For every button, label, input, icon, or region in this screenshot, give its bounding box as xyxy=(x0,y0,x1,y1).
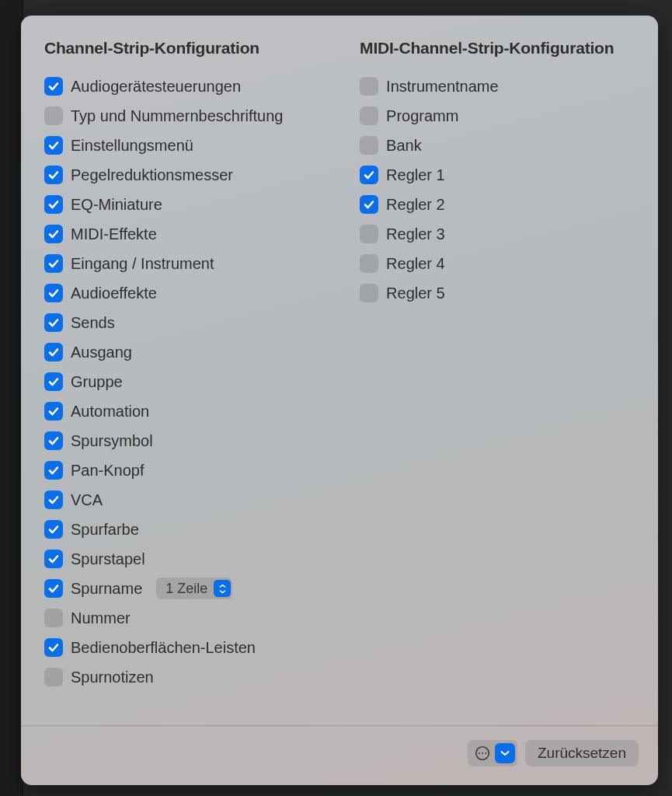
svg-point-1 xyxy=(479,752,480,754)
ellipsis-icon xyxy=(472,743,493,763)
right-options-list: InstrumentnameProgrammBankRegler 1Regler… xyxy=(360,72,639,308)
right-option-row: Regler 2 xyxy=(360,190,639,219)
dropdown-label: 1 Zeile xyxy=(165,581,207,597)
right-label: Regler 1 xyxy=(386,166,445,184)
left-checkbox-8[interactable] xyxy=(44,313,63,332)
left-option-row: Nummer xyxy=(44,603,329,633)
dialog-body: Channel-Strip-Konfiguration Audiogerätes… xyxy=(21,16,658,725)
left-checkbox-14[interactable] xyxy=(44,491,63,509)
right-checkbox-3[interactable] xyxy=(360,166,378,184)
left-label: Gruppe xyxy=(71,373,123,391)
left-label: MIDI-Effekte xyxy=(71,225,157,243)
left-checkbox-10[interactable] xyxy=(44,372,63,391)
left-option-row: Spurfarbe xyxy=(44,515,329,544)
left-checkbox-5[interactable] xyxy=(44,225,63,243)
up-down-arrows-icon xyxy=(214,580,231,597)
right-checkbox-6[interactable] xyxy=(360,254,378,273)
left-option-row: Spurnotizen xyxy=(44,662,329,692)
left-label: Sends xyxy=(71,314,115,332)
chevron-down-icon xyxy=(495,743,515,763)
left-option-row: Eingang / Instrument xyxy=(44,249,329,278)
right-checkbox-4[interactable] xyxy=(360,195,378,214)
left-label: Eingang / Instrument xyxy=(71,255,214,273)
left-option-row: Spursymbol xyxy=(44,426,329,456)
reset-button[interactable]: Zurücksetzen xyxy=(525,740,639,766)
left-label: Audioeffekte xyxy=(71,285,157,302)
left-option-row: Audiogerätesteuerungen xyxy=(44,72,329,101)
left-label: Nummer xyxy=(71,609,131,627)
left-option-row: Spurstapel xyxy=(44,544,329,574)
left-option-row: Automation xyxy=(44,396,329,426)
left-option-row: Ausgang xyxy=(44,337,329,367)
left-option-row: Audioeffekte xyxy=(44,278,329,308)
left-label: Spursymbol xyxy=(71,432,153,450)
right-label: Regler 3 xyxy=(386,225,445,243)
right-label: Regler 2 xyxy=(386,196,445,214)
left-option-row: Pegelreduktionsmesser xyxy=(44,160,329,190)
left-checkbox-1[interactable] xyxy=(44,106,63,125)
left-checkbox-6[interactable] xyxy=(44,254,63,273)
left-option-row: EQ-Miniature xyxy=(44,190,329,219)
left-option-row: Spurname1 Zeile xyxy=(44,574,329,603)
left-label: Spurname xyxy=(71,580,142,598)
left-label: Bedienoberflächen-Leisten xyxy=(71,639,256,657)
left-label: Spurstapel xyxy=(71,550,145,568)
svg-point-2 xyxy=(482,752,483,754)
left-checkbox-12[interactable] xyxy=(44,431,63,450)
left-checkbox-2[interactable] xyxy=(44,136,63,155)
right-label: Programm xyxy=(386,107,458,125)
left-label: Spurnotizen xyxy=(71,669,154,686)
left-checkbox-3[interactable] xyxy=(44,166,63,184)
right-column: MIDI-Channel-Strip-Konfiguration Instrum… xyxy=(360,39,639,710)
left-checkbox-17[interactable] xyxy=(44,579,63,598)
right-checkbox-7[interactable] xyxy=(360,284,378,302)
left-option-row: Einstellungsmenü xyxy=(44,131,329,160)
dialog-footer: Zurücksetzen xyxy=(21,725,658,785)
left-header: Channel-Strip-Konfiguration xyxy=(44,39,329,58)
left-option-row: VCA xyxy=(44,485,329,515)
svg-point-3 xyxy=(485,752,486,754)
right-checkbox-2[interactable] xyxy=(360,136,378,155)
right-checkbox-5[interactable] xyxy=(360,225,378,243)
right-checkbox-0[interactable] xyxy=(360,77,378,96)
left-option-row: Gruppe xyxy=(44,367,329,396)
left-checkbox-15[interactable] xyxy=(44,520,63,539)
right-header: MIDI-Channel-Strip-Konfiguration xyxy=(360,39,639,58)
left-checkbox-0[interactable] xyxy=(44,77,63,96)
left-label: EQ-Miniature xyxy=(71,196,162,214)
more-options-group[interactable] xyxy=(468,740,517,766)
left-option-row: Sends xyxy=(44,308,329,337)
right-option-row: Regler 4 xyxy=(360,249,639,278)
left-checkbox-4[interactable] xyxy=(44,195,63,214)
left-options-list: AudiogerätesteuerungenTyp und Nummernbes… xyxy=(44,72,329,692)
left-checkbox-9[interactable] xyxy=(44,343,63,361)
left-label: Einstellungsmenü xyxy=(71,137,193,155)
right-option-row: Regler 5 xyxy=(360,278,639,308)
left-option-row: Typ und Nummernbeschriftung xyxy=(44,101,329,131)
left-checkbox-11[interactable] xyxy=(44,402,63,421)
left-checkbox-7[interactable] xyxy=(44,284,63,302)
left-checkbox-16[interactable] xyxy=(44,550,63,568)
left-label: VCA xyxy=(71,491,103,509)
right-label: Regler 4 xyxy=(386,255,445,273)
right-option-row: Regler 1 xyxy=(360,160,639,190)
right-option-row: Instrumentname xyxy=(360,72,639,101)
right-option-row: Programm xyxy=(360,101,639,131)
backdrop-left-panel xyxy=(0,0,23,796)
left-option-row: Bedienoberflächen-Leisten xyxy=(44,633,329,662)
left-checkbox-18[interactable] xyxy=(44,609,63,627)
left-label: Automation xyxy=(71,403,149,421)
left-label: Spurfarbe xyxy=(71,521,139,539)
right-label: Instrumentname xyxy=(386,78,499,96)
channel-strip-config-dialog: Channel-Strip-Konfiguration Audiogerätes… xyxy=(21,16,658,785)
right-option-row: Bank xyxy=(360,131,639,160)
left-label: Ausgang xyxy=(71,344,132,361)
left-label: Typ und Nummernbeschriftung xyxy=(71,107,283,125)
left-label: Pegelreduktionsmesser xyxy=(71,166,233,184)
left-checkbox-20[interactable] xyxy=(44,668,63,686)
left-checkbox-19[interactable] xyxy=(44,638,63,657)
right-checkbox-1[interactable] xyxy=(360,106,378,125)
right-option-row: Regler 3 xyxy=(360,219,639,249)
left-checkbox-13[interactable] xyxy=(44,461,63,480)
left-dropdown-17[interactable]: 1 Zeile xyxy=(156,578,232,599)
